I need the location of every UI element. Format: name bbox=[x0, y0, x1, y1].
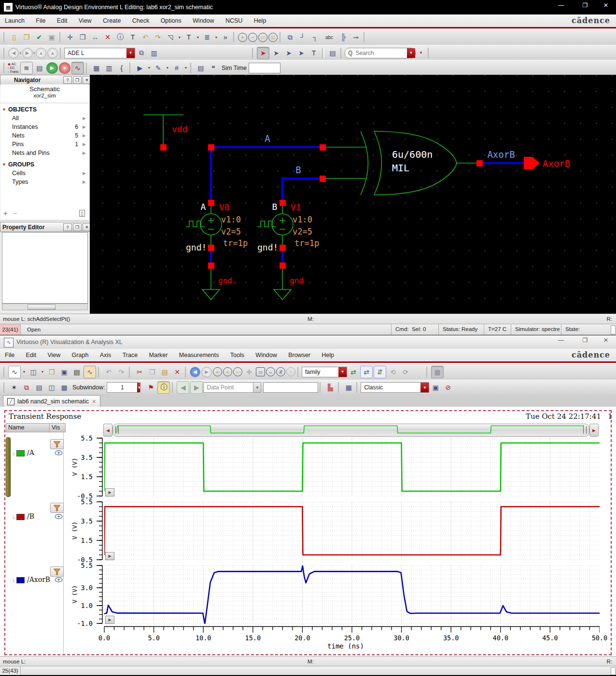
tree-objects-header[interactable]: ▼OBJECTS bbox=[0, 105, 89, 114]
style-dropdown-icon[interactable]: ▼ bbox=[420, 383, 429, 392]
properties-icon[interactable]: ⓘ bbox=[114, 31, 126, 43]
v0-gnd-bang-label[interactable]: gnd! bbox=[186, 242, 207, 252]
strip-a-expand-button[interactable]: ▶ bbox=[105, 488, 114, 497]
text-dropdown-icon[interactable]: ▼ bbox=[196, 32, 200, 42]
menu-trace[interactable]: Trace bbox=[118, 349, 143, 361]
v0-prop-tr[interactable]: tr=1p bbox=[223, 238, 248, 248]
expand-arrow-icon[interactable]: ▶ bbox=[83, 169, 86, 178]
magnify-icon[interactable]: ● bbox=[286, 367, 295, 376]
menu-measurements[interactable]: Measurements bbox=[174, 349, 224, 361]
vdd-label[interactable]: vdd bbox=[172, 124, 188, 134]
trace-cross-icon[interactable]: ⇄ bbox=[348, 366, 359, 378]
select-mode-icon[interactable]: ➤ bbox=[257, 47, 269, 59]
v1-name[interactable]: V1 bbox=[291, 202, 301, 212]
menu-file[interactable]: File bbox=[31, 14, 50, 27]
zoom-previous-icon[interactable]: ◀ bbox=[190, 367, 200, 377]
v1-gnd-label[interactable]: gnd bbox=[290, 276, 304, 285]
search-dropdown-icon[interactable]: ▼ bbox=[407, 48, 415, 58]
expand-arrow-icon[interactable]: ▶ bbox=[83, 114, 86, 123]
status-scroll-nub[interactable] bbox=[611, 325, 616, 334]
output-net-label[interactable]: AxorB bbox=[487, 149, 515, 160]
tree-groups-header[interactable]: ▼GROUPS bbox=[0, 160, 89, 169]
stretch-icon[interactable]: ↔ bbox=[89, 31, 101, 43]
waveform-strip-b[interactable] bbox=[95, 502, 600, 560]
select-net-icon[interactable]: ➤ bbox=[283, 47, 294, 59]
stop-simulation-icon[interactable]: ● bbox=[59, 62, 70, 74]
grid-layout-icon[interactable]: ▦ bbox=[58, 382, 70, 393]
menu-window[interactable]: Window bbox=[251, 349, 281, 361]
select-label-icon[interactable]: T bbox=[308, 47, 320, 59]
delete-style-icon[interactable]: ⊘ bbox=[442, 382, 454, 393]
select-filter-icon[interactable]: ➤ bbox=[270, 47, 282, 59]
waveform-strip-axorb[interactable] bbox=[95, 566, 600, 623]
property-editor-hscrollbar[interactable] bbox=[2, 304, 88, 310]
delete-icon[interactable]: ✕ bbox=[171, 366, 183, 378]
save-graph-icon[interactable]: ▣ bbox=[58, 366, 70, 378]
output-pin-arrow[interactable] bbox=[524, 157, 540, 169]
nav-forward-dropdown-icon[interactable]: ▾ bbox=[33, 51, 36, 55]
pin-a-label[interactable]: A bbox=[201, 202, 206, 212]
tree-item-nets[interactable]: Nets5▶ bbox=[0, 131, 89, 140]
expand-arrow-icon[interactable]: ▶ bbox=[83, 140, 86, 149]
output-pin-label[interactable]: AxorB bbox=[543, 158, 570, 169]
subwindow-combo[interactable]: 1 ▼ bbox=[107, 382, 139, 393]
net-b-label[interactable]: B bbox=[295, 165, 301, 175]
nav-back-dropdown-icon[interactable]: ▾ bbox=[19, 51, 22, 55]
ade-maximize-button[interactable]: ❐ bbox=[577, 2, 593, 9]
signal-axorb-visibility-icon[interactable] bbox=[55, 577, 63, 582]
gnd-symbol[interactable] bbox=[274, 290, 291, 300]
zoom-box-icon[interactable]: ▭ bbox=[256, 367, 265, 376]
datapoint-input[interactable] bbox=[263, 382, 318, 393]
menu-edit[interactable]: Edit bbox=[21, 349, 42, 361]
expand-arrow-icon[interactable]: ▶ bbox=[83, 149, 86, 157]
tree-item-instances[interactable]: Instances6▶ bbox=[0, 123, 89, 131]
expand-arrow-icon[interactable]: ▶ bbox=[83, 131, 86, 140]
add-filter-icon[interactable]: + bbox=[3, 209, 7, 217]
xor-gate[interactable]: 6u/600n MIL bbox=[325, 131, 476, 195]
zoom-in-2x-icon[interactable]: + bbox=[223, 367, 232, 376]
menu-launch[interactable]: Launch bbox=[0, 14, 29, 27]
wire-icon[interactable]: ┘ bbox=[297, 31, 308, 43]
selected-signal-bar[interactable] bbox=[6, 437, 11, 497]
viva-maximize-button[interactable]: ❐ bbox=[577, 337, 593, 344]
v0-prop-v2[interactable]: v2=5 bbox=[221, 227, 241, 236]
annotation-icon[interactable]: ❝ bbox=[208, 62, 219, 74]
sim-time-input[interactable] bbox=[249, 63, 280, 73]
horizontal-strips-icon[interactable]: ▤ bbox=[33, 382, 45, 393]
zoom-next-icon[interactable]: ▶ bbox=[201, 367, 212, 377]
v0-name[interactable]: V0 bbox=[219, 202, 230, 212]
signal-list-name-header[interactable]: Name bbox=[6, 423, 52, 432]
window-layout-icon[interactable]: ◫ bbox=[28, 366, 39, 378]
new-cellview-icon[interactable]: ▯ bbox=[8, 31, 20, 43]
pin-b-label[interactable]: B bbox=[272, 202, 278, 212]
tree-item-types[interactable]: Types▶ bbox=[0, 178, 89, 186]
v1-source[interactable]: B V1 v1:0 v2=5 tr=1p gnd! gnd bbox=[257, 202, 319, 300]
new-window-dropdown-icon[interactable]: ▼ bbox=[22, 367, 27, 377]
netlist-run-icon[interactable]: ▶ bbox=[134, 62, 146, 74]
net-a-wire[interactable]: A bbox=[208, 133, 326, 203]
strip-b-expand-button[interactable]: ▶ bbox=[105, 552, 114, 560]
viva-close-button[interactable]: ✕ bbox=[598, 337, 614, 344]
menu-browser[interactable]: Browser bbox=[283, 349, 315, 361]
v1-prop-v1[interactable]: v1:0 bbox=[293, 215, 312, 224]
zoom-fit-icon[interactable]: + bbox=[213, 367, 222, 376]
datapoint-combo[interactable]: Data Point ▼ bbox=[203, 382, 261, 393]
menu-create[interactable]: Create bbox=[98, 14, 126, 27]
undo-icon[interactable]: ↶ bbox=[140, 31, 151, 43]
navigator-undock-icon[interactable]: ❐ bbox=[73, 76, 82, 84]
snapshot-icon[interactable]: ∿ bbox=[84, 366, 96, 378]
v0-source[interactable]: A V0 v1:0 v2=5 tr=1p gnd! gnd. bbox=[186, 200, 248, 300]
copy-icon[interactable]: ❒ bbox=[77, 31, 88, 43]
menu-axis[interactable]: Axis bbox=[95, 349, 116, 361]
menu-edit[interactable]: Edit bbox=[52, 14, 72, 27]
nav-forward-icon[interactable]: ▶ bbox=[22, 48, 33, 58]
v1-prop-tr[interactable]: tr=1p bbox=[294, 238, 319, 248]
select-instance-icon[interactable]: ➤ bbox=[295, 47, 307, 59]
datapoint-dropdown-icon[interactable]: ▼ bbox=[253, 383, 261, 392]
wide-wire-icon[interactable]: ┐ bbox=[309, 31, 321, 43]
vdd-rail[interactable]: vdd bbox=[143, 115, 188, 151]
radio-ac[interactable]: ◉ AC bbox=[8, 62, 18, 66]
expand-arrow-icon[interactable]: ▶ bbox=[83, 123, 86, 131]
menu-help[interactable]: Help bbox=[317, 349, 339, 361]
panel-toggle-icon[interactable]: ▯ bbox=[79, 210, 85, 217]
